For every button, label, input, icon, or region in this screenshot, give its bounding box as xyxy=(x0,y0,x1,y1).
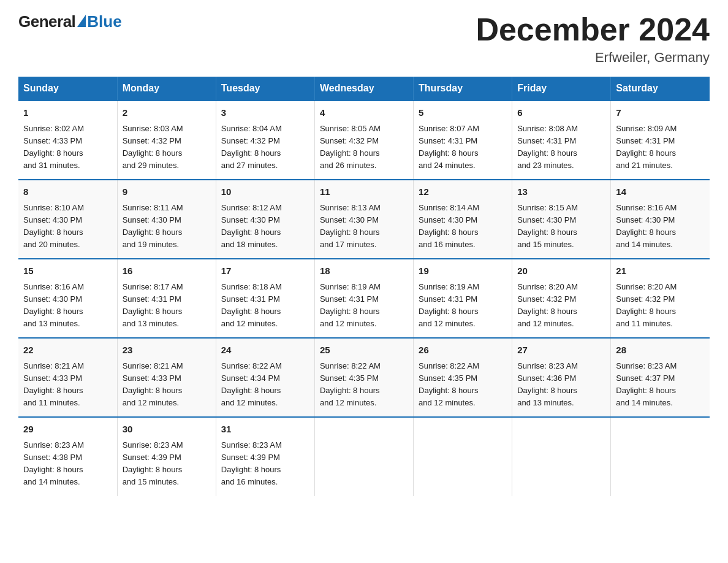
calendar-day-cell: 15 Sunrise: 8:16 AMSunset: 4:30 PMDaylig… xyxy=(18,259,117,338)
day-number: 2 xyxy=(123,106,211,120)
day-number: 3 xyxy=(221,106,309,120)
day-number: 23 xyxy=(123,343,211,358)
day-number: 4 xyxy=(320,106,408,120)
location-subtitle: Erfweiler, Germany xyxy=(476,50,710,66)
calendar-day-cell: 29 Sunrise: 8:23 AMSunset: 4:38 PMDaylig… xyxy=(18,417,117,496)
day-info: Sunrise: 8:18 AMSunset: 4:31 PMDaylight:… xyxy=(221,282,282,328)
day-info: Sunrise: 8:23 AMSunset: 4:36 PMDaylight:… xyxy=(517,361,578,407)
calendar-day-cell xyxy=(414,417,512,496)
day-number: 12 xyxy=(419,185,507,199)
day-of-week-header: Friday xyxy=(512,77,611,101)
day-number: 29 xyxy=(23,423,112,437)
calendar-day-cell: 2 Sunrise: 8:03 AMSunset: 4:32 PMDayligh… xyxy=(117,101,216,180)
calendar-day-cell: 17 Sunrise: 8:18 AMSunset: 4:31 PMDaylig… xyxy=(216,259,314,338)
day-number: 10 xyxy=(221,185,309,199)
day-number: 24 xyxy=(221,343,309,358)
calendar-day-cell: 30 Sunrise: 8:23 AMSunset: 4:39 PMDaylig… xyxy=(117,417,216,496)
calendar-day-cell: 28 Sunrise: 8:23 AMSunset: 4:37 PMDaylig… xyxy=(611,338,710,417)
calendar-day-cell: 14 Sunrise: 8:16 AMSunset: 4:30 PMDaylig… xyxy=(611,180,710,259)
day-info: Sunrise: 8:02 AMSunset: 4:33 PMDaylight:… xyxy=(23,124,84,170)
day-number: 1 xyxy=(23,106,112,120)
day-number: 11 xyxy=(320,185,408,199)
day-number: 9 xyxy=(123,185,211,199)
day-number: 17 xyxy=(221,264,309,278)
day-number: 15 xyxy=(23,264,112,278)
calendar-day-cell: 8 Sunrise: 8:10 AMSunset: 4:30 PMDayligh… xyxy=(18,180,117,259)
day-number: 14 xyxy=(616,185,705,199)
day-info: Sunrise: 8:10 AMSunset: 4:30 PMDaylight:… xyxy=(23,203,84,249)
day-number: 26 xyxy=(419,343,507,358)
calendar-body: 1 Sunrise: 8:02 AMSunset: 4:33 PMDayligh… xyxy=(18,101,710,496)
day-info: Sunrise: 8:22 AMSunset: 4:35 PMDaylight:… xyxy=(419,361,479,407)
calendar-day-cell: 6 Sunrise: 8:08 AMSunset: 4:31 PMDayligh… xyxy=(512,101,611,180)
day-number: 25 xyxy=(320,343,408,358)
day-info: Sunrise: 8:17 AMSunset: 4:31 PMDaylight:… xyxy=(123,282,183,328)
day-info: Sunrise: 8:19 AMSunset: 4:31 PMDaylight:… xyxy=(320,282,381,328)
day-number: 16 xyxy=(123,264,211,278)
calendar-week-row: 22 Sunrise: 8:21 AMSunset: 4:33 PMDaylig… xyxy=(18,338,710,417)
day-number: 28 xyxy=(616,343,705,358)
day-number: 31 xyxy=(221,423,309,437)
day-info: Sunrise: 8:13 AMSunset: 4:30 PMDaylight:… xyxy=(320,203,381,249)
day-of-week-header: Tuesday xyxy=(216,77,314,101)
calendar-day-cell: 22 Sunrise: 8:21 AMSunset: 4:33 PMDaylig… xyxy=(18,338,117,417)
day-info: Sunrise: 8:20 AMSunset: 4:32 PMDaylight:… xyxy=(517,282,578,328)
day-info: Sunrise: 8:20 AMSunset: 4:32 PMDaylight:… xyxy=(616,282,677,328)
day-number: 21 xyxy=(616,264,705,278)
calendar-header: SundayMondayTuesdayWednesdayThursdayFrid… xyxy=(18,77,710,101)
calendar-day-cell: 9 Sunrise: 8:11 AMSunset: 4:30 PMDayligh… xyxy=(117,180,216,259)
day-info: Sunrise: 8:04 AMSunset: 4:32 PMDaylight:… xyxy=(221,124,282,170)
calendar-week-row: 15 Sunrise: 8:16 AMSunset: 4:30 PMDaylig… xyxy=(18,259,710,338)
day-info: Sunrise: 8:11 AMSunset: 4:30 PMDaylight:… xyxy=(123,203,183,249)
day-info: Sunrise: 8:05 AMSunset: 4:32 PMDaylight:… xyxy=(320,124,381,170)
day-info: Sunrise: 8:03 AMSunset: 4:32 PMDaylight:… xyxy=(123,124,183,170)
page-header: General Blue December 2024 Erfweiler, Ge… xyxy=(18,12,710,66)
logo: General Blue xyxy=(18,12,122,31)
calendar-day-cell xyxy=(611,417,710,496)
day-info: Sunrise: 8:07 AMSunset: 4:31 PMDaylight:… xyxy=(419,124,479,170)
calendar-week-row: 29 Sunrise: 8:23 AMSunset: 4:38 PMDaylig… xyxy=(18,417,710,496)
day-number: 18 xyxy=(320,264,408,278)
calendar-day-cell xyxy=(314,417,413,496)
calendar-day-cell: 23 Sunrise: 8:21 AMSunset: 4:33 PMDaylig… xyxy=(117,338,216,417)
header-row: SundayMondayTuesdayWednesdayThursdayFrid… xyxy=(18,77,710,101)
calendar-day-cell: 11 Sunrise: 8:13 AMSunset: 4:30 PMDaylig… xyxy=(314,180,413,259)
day-number: 19 xyxy=(419,264,507,278)
calendar-day-cell: 25 Sunrise: 8:22 AMSunset: 4:35 PMDaylig… xyxy=(314,338,413,417)
day-info: Sunrise: 8:21 AMSunset: 4:33 PMDaylight:… xyxy=(123,361,183,407)
logo-blue-text: Blue xyxy=(87,12,121,31)
calendar-day-cell: 27 Sunrise: 8:23 AMSunset: 4:36 PMDaylig… xyxy=(512,338,611,417)
day-info: Sunrise: 8:23 AMSunset: 4:39 PMDaylight:… xyxy=(221,440,282,486)
day-info: Sunrise: 8:14 AMSunset: 4:30 PMDaylight:… xyxy=(419,203,479,249)
day-number: 8 xyxy=(23,185,112,199)
day-info: Sunrise: 8:15 AMSunset: 4:30 PMDaylight:… xyxy=(517,203,578,249)
day-number: 13 xyxy=(517,185,605,199)
calendar-day-cell: 21 Sunrise: 8:20 AMSunset: 4:32 PMDaylig… xyxy=(611,259,710,338)
day-number: 20 xyxy=(517,264,605,278)
day-info: Sunrise: 8:23 AMSunset: 4:39 PMDaylight:… xyxy=(123,440,183,486)
day-info: Sunrise: 8:12 AMSunset: 4:30 PMDaylight:… xyxy=(221,203,282,249)
day-number: 7 xyxy=(616,106,705,120)
calendar-week-row: 1 Sunrise: 8:02 AMSunset: 4:33 PMDayligh… xyxy=(18,101,710,180)
day-info: Sunrise: 8:09 AMSunset: 4:31 PMDaylight:… xyxy=(616,124,677,170)
calendar-day-cell: 18 Sunrise: 8:19 AMSunset: 4:31 PMDaylig… xyxy=(314,259,413,338)
day-of-week-header: Thursday xyxy=(414,77,512,101)
day-of-week-header: Sunday xyxy=(18,77,117,101)
day-info: Sunrise: 8:23 AMSunset: 4:37 PMDaylight:… xyxy=(616,361,677,407)
calendar-day-cell: 16 Sunrise: 8:17 AMSunset: 4:31 PMDaylig… xyxy=(117,259,216,338)
calendar-day-cell xyxy=(512,417,611,496)
day-number: 27 xyxy=(517,343,605,358)
month-year-title: December 2024 xyxy=(476,12,710,47)
calendar-day-cell: 3 Sunrise: 8:04 AMSunset: 4:32 PMDayligh… xyxy=(216,101,314,180)
day-number: 6 xyxy=(517,106,605,120)
calendar-table: SundayMondayTuesdayWednesdayThursdayFrid… xyxy=(18,77,710,496)
day-number: 22 xyxy=(23,343,112,358)
day-info: Sunrise: 8:21 AMSunset: 4:33 PMDaylight:… xyxy=(23,361,84,407)
day-info: Sunrise: 8:23 AMSunset: 4:38 PMDaylight:… xyxy=(23,440,84,486)
day-info: Sunrise: 8:08 AMSunset: 4:31 PMDaylight:… xyxy=(517,124,578,170)
day-of-week-header: Wednesday xyxy=(314,77,413,101)
calendar-day-cell: 4 Sunrise: 8:05 AMSunset: 4:32 PMDayligh… xyxy=(314,101,413,180)
day-of-week-header: Monday xyxy=(117,77,216,101)
calendar-day-cell: 26 Sunrise: 8:22 AMSunset: 4:35 PMDaylig… xyxy=(414,338,512,417)
calendar-day-cell: 1 Sunrise: 8:02 AMSunset: 4:33 PMDayligh… xyxy=(18,101,117,180)
